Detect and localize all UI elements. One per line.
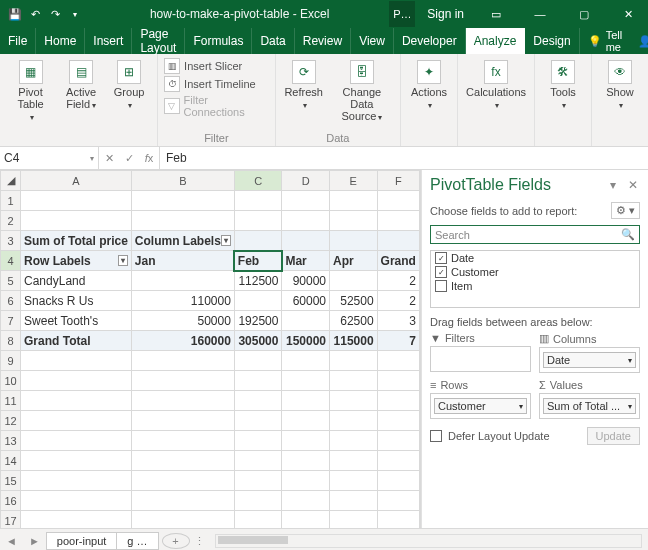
sheet-more-icon[interactable]: ⋮ <box>190 535 209 548</box>
active-field-icon: ▤ <box>69 60 93 84</box>
tab-home[interactable]: Home <box>36 28 85 54</box>
row-5[interactable]: 5 <box>1 271 21 291</box>
undo-icon[interactable]: ↶ <box>28 7 42 21</box>
col-A[interactable]: A <box>21 171 132 191</box>
pane-close-icon[interactable]: ✕ <box>626 178 640 192</box>
add-sheet-button[interactable]: + <box>162 533 190 549</box>
cell-F4[interactable]: Grand <box>377 251 419 271</box>
columns-icon: ▥ <box>539 332 549 345</box>
row-labels-dropdown-icon[interactable]: ▾ <box>118 255 128 266</box>
values-area[interactable]: Sum of Total ...▾ <box>539 393 640 419</box>
search-icon: 🔍 <box>621 228 635 241</box>
tell-me[interactable]: 💡Tell me <box>580 28 631 54</box>
row-1[interactable]: 1 <box>1 191 21 211</box>
cell-E4[interactable]: Apr <box>330 251 378 271</box>
refresh-button[interactable]: ⟳Refresh <box>282 58 326 125</box>
col-labels-dropdown-icon[interactable]: ▾ <box>221 235 231 246</box>
active-field-button[interactable]: ▤ActiveField <box>59 58 103 125</box>
formula-bar[interactable]: Feb <box>160 147 648 169</box>
share-button[interactable]: 👤Share <box>630 28 648 54</box>
col-F[interactable]: F <box>377 171 419 191</box>
maximize-button[interactable]: ▢ <box>564 1 604 27</box>
bulb-icon: 💡 <box>588 35 602 48</box>
insert-timeline-button[interactable]: ⏱Insert Timeline <box>164 76 269 92</box>
timeline-icon: ⏱ <box>164 76 180 92</box>
sheet-tab-1[interactable]: poor-input <box>46 532 118 550</box>
row-3[interactable]: 3 <box>1 231 21 251</box>
show-button[interactable]: 👁Show <box>598 58 642 113</box>
tab-analyze[interactable]: Analyze <box>466 28 526 54</box>
row-6[interactable]: 6 <box>1 291 21 311</box>
sheet-tab-2[interactable]: g … <box>116 532 158 550</box>
filter-conn-icon: ▽ <box>164 98 179 114</box>
minimize-button[interactable]: — <box>520 1 560 27</box>
fx-icon[interactable]: fx <box>139 152 159 164</box>
actions-button[interactable]: ✦Actions <box>407 58 451 113</box>
tab-file[interactable]: File <box>0 28 36 54</box>
cell-D4[interactable]: Mar <box>282 251 330 271</box>
tab-data[interactable]: Data <box>252 28 294 54</box>
pivottable-icon: ▦ <box>19 60 43 84</box>
tools-button[interactable]: 🛠Tools <box>541 58 585 113</box>
actions-icon: ✦ <box>417 60 441 84</box>
tab-design[interactable]: Design <box>525 28 579 54</box>
tab-developer[interactable]: Developer <box>394 28 466 54</box>
pane-title: PivotTable Fields <box>430 176 551 194</box>
filter-icon: ▼ <box>430 332 441 344</box>
cell-B4[interactable]: Jan <box>131 251 234 271</box>
sheet-nav-prev-icon[interactable]: ◄ <box>0 535 23 547</box>
tab-insert[interactable]: Insert <box>85 28 132 54</box>
columns-area[interactable]: Date▾ <box>539 347 640 373</box>
cell-A5[interactable]: CandyLand <box>21 271 132 291</box>
field-date[interactable]: ✓Date <box>431 251 639 265</box>
tab-page-layout[interactable]: Page Layout <box>132 28 185 54</box>
close-button[interactable]: ✕ <box>608 1 648 27</box>
cell-A4[interactable]: Row Labels▾ <box>21 251 132 271</box>
redo-icon[interactable]: ↷ <box>48 7 62 21</box>
calculations-button[interactable]: fxCalculations <box>464 58 528 113</box>
qat-more-icon[interactable]: ▾ <box>68 7 82 21</box>
row-7[interactable]: 7 <box>1 311 21 331</box>
cell-A3[interactable]: Sum of Total price <box>21 231 132 251</box>
accept-formula-icon[interactable]: ✓ <box>119 152 139 165</box>
field-customer[interactable]: ✓Customer <box>431 265 639 279</box>
horizontal-scrollbar[interactable] <box>215 534 642 548</box>
rows-area[interactable]: Customer▾ <box>430 393 531 419</box>
areas-label: Drag fields between areas below: <box>430 316 640 328</box>
cell-B3[interactable]: Column Labels▾ <box>131 231 234 251</box>
cancel-formula-icon[interactable]: ✕ <box>99 152 119 165</box>
show-icon: 👁 <box>608 60 632 84</box>
change-data-source-button[interactable]: 🗄Change DataSource <box>330 58 394 125</box>
field-item[interactable]: Item <box>431 279 639 293</box>
tab-formulas[interactable]: Formulas <box>185 28 252 54</box>
gear-icon[interactable]: ⚙ ▾ <box>611 202 640 219</box>
field-search[interactable]: Search 🔍 <box>430 225 640 244</box>
tools-icon: 🛠 <box>551 60 575 84</box>
window-title: how-to-make-a-pivot-table - Excel <box>90 7 389 21</box>
save-icon[interactable]: 💾 <box>8 7 22 21</box>
row-8[interactable]: 8 <box>1 331 21 351</box>
col-B[interactable]: B <box>131 171 234 191</box>
paused-icon[interactable]: P… <box>389 1 415 27</box>
defer-checkbox[interactable] <box>430 430 442 442</box>
col-C[interactable]: C <box>234 171 282 191</box>
sheet-nav-next-icon[interactable]: ► <box>23 535 46 547</box>
col-E[interactable]: E <box>330 171 378 191</box>
pane-dropdown-icon[interactable]: ▾ <box>606 178 620 192</box>
tab-review[interactable]: Review <box>295 28 351 54</box>
tab-view[interactable]: View <box>351 28 394 54</box>
row-2[interactable]: 2 <box>1 211 21 231</box>
insert-slicer-button[interactable]: ▥Insert Slicer <box>164 58 269 74</box>
cell-C4[interactable]: Feb <box>234 251 282 271</box>
signin-link[interactable]: Sign in <box>419 7 472 21</box>
name-box[interactable]: C4▾ <box>0 147 99 169</box>
col-D[interactable]: D <box>282 171 330 191</box>
select-all[interactable]: ◢ <box>1 171 21 191</box>
row-4[interactable]: 4 <box>1 251 21 271</box>
pivottable-button[interactable]: ▦Pivot​Table <box>6 58 55 125</box>
ribbon-options-icon[interactable]: ▭ <box>476 1 516 27</box>
datasource-icon: 🗄 <box>350 60 374 84</box>
filters-area[interactable] <box>430 346 531 372</box>
group-button[interactable]: ⊞Group <box>107 58 151 125</box>
field-list[interactable]: ✓Date ✓Customer Item <box>430 250 640 308</box>
